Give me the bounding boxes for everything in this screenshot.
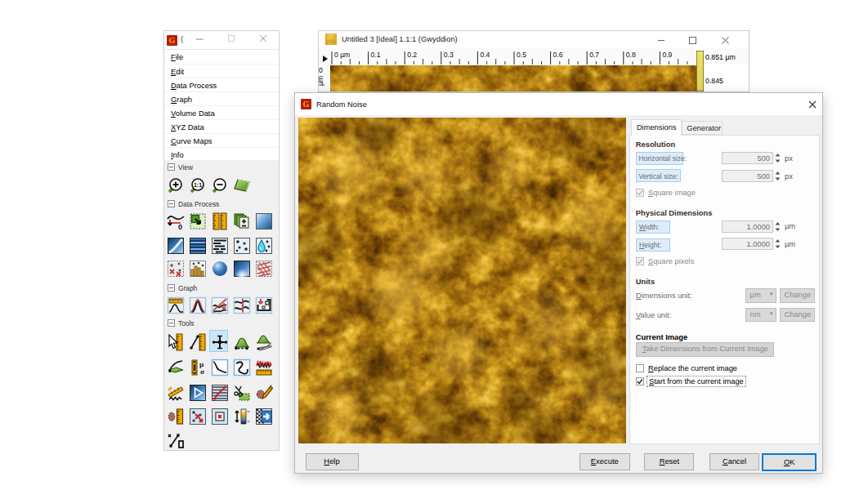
svg-text:0.8: 0.8 <box>626 51 636 59</box>
svg-text:G: G <box>303 100 310 109</box>
svg-text:0.5: 0.5 <box>517 51 526 59</box>
svg-text:0.1: 0.1 <box>371 51 381 59</box>
svg-text:0.6: 0.6 <box>553 51 563 59</box>
svg-text:0.2: 0.2 <box>407 51 417 59</box>
svg-text:0.4: 0.4 <box>480 51 490 59</box>
svg-text:0.3: 0.3 <box>444 51 454 59</box>
svg-text:0.7: 0.7 <box>589 51 599 59</box>
svg-text:0 µm: 0 µm <box>334 51 350 59</box>
svg-text:0.9: 0.9 <box>662 51 672 59</box>
